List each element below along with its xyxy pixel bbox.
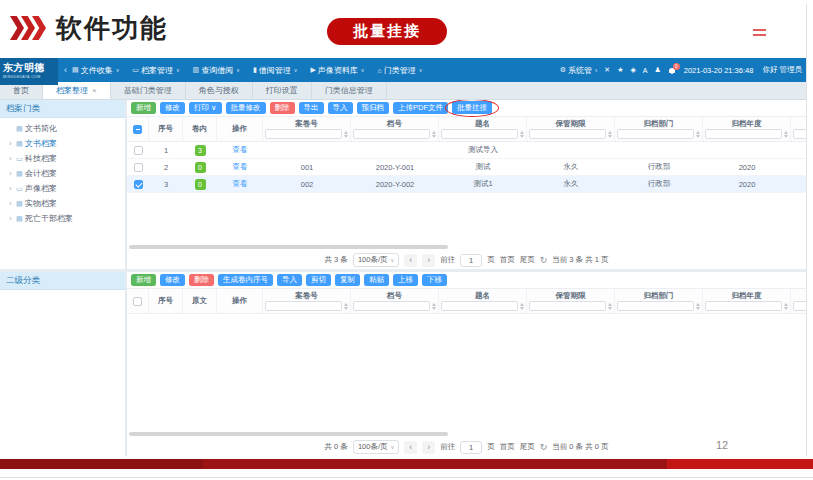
sort-icon[interactable] <box>344 303 348 310</box>
close-icon[interactable]: × <box>92 86 97 95</box>
collapse-chevron-icon[interactable]: ‹ <box>64 65 67 75</box>
filter-input[interactable] <box>265 301 342 311</box>
star-icon[interactable]: ★ <box>617 66 623 74</box>
pre-archive-button[interactable]: 预归档 <box>357 102 390 115</box>
filter-input[interactable] <box>705 301 782 311</box>
copy-button[interactable]: 复制 <box>335 274 360 287</box>
expand-icon[interactable]: › <box>9 154 16 163</box>
paste-button[interactable]: 粘贴 <box>364 274 389 287</box>
prev-page-button[interactable]: ‹ <box>404 441 417 454</box>
select-all-checkbox[interactable] <box>133 125 142 134</box>
row-checkbox[interactable] <box>134 180 143 189</box>
move-up-button[interactable]: 上移 <box>393 274 418 287</box>
tab-roles[interactable]: 角色与授权 <box>186 82 253 99</box>
user-icon[interactable]: ♟ <box>654 66 660 74</box>
sort-icon[interactable] <box>608 131 612 138</box>
page-number-input[interactable] <box>460 441 482 454</box>
select-all-checkbox[interactable] <box>133 297 142 306</box>
view-link[interactable]: 查看 <box>233 162 248 172</box>
fullscreen-icon[interactable]: ✕ <box>604 66 610 74</box>
view-link[interactable]: 查看 <box>233 179 248 189</box>
first-page-link[interactable]: 首页 <box>500 255 515 265</box>
sort-icon[interactable] <box>432 303 436 310</box>
table-row[interactable]: 2 0 查看 001 2020-Y-001 测试 永久 行政部 2020 <box>127 159 806 176</box>
notification-bell[interactable]: 0 <box>668 66 677 75</box>
sort-icon[interactable] <box>696 131 700 138</box>
edit-button[interactable]: 修改 <box>160 274 185 287</box>
filter-input[interactable] <box>353 129 430 139</box>
upload-pdf-button[interactable]: 上传PDF文件 <box>393 102 448 115</box>
page-size-select[interactable]: 100条/页 ∨ <box>353 440 399 454</box>
filter-input[interactable] <box>617 301 694 311</box>
delete-button[interactable]: 删除 <box>270 102 295 115</box>
batch-link-button[interactable]: 批量挂接 <box>452 101 492 114</box>
tree-item[interactable]: › ▤ 会计档案 <box>0 166 125 181</box>
view-link[interactable]: 查看 <box>233 145 248 155</box>
import-button[interactable]: 导入 <box>277 274 302 287</box>
sort-icon[interactable] <box>608 303 612 310</box>
expand-icon[interactable]: › <box>9 184 16 193</box>
expand-icon[interactable]: › <box>9 169 16 178</box>
nav-menu-archive-mgmt[interactable]: ▭ 档案管理 ∨ <box>132 65 179 76</box>
sort-icon[interactable] <box>432 131 436 138</box>
page-number-input[interactable] <box>460 254 482 267</box>
nav-menu-media-library[interactable]: ▶ 声像资料库 ∨ <box>310 65 364 76</box>
export-button[interactable]: 导出 <box>299 102 324 115</box>
table-row[interactable]: 3 0 查看 002 2020-Y-002 测试1 永久 行政部 2020 <box>127 176 806 193</box>
filter-input[interactable] <box>441 301 518 311</box>
nav-menu-category-mgmt[interactable]: ⌂ 门类管理 ∨ <box>377 65 422 76</box>
shield-icon[interactable]: ◈ <box>630 66 635 74</box>
sort-icon[interactable] <box>344 131 348 138</box>
first-page-link[interactable]: 首页 <box>500 442 515 452</box>
last-page-link[interactable]: 尾页 <box>520 442 535 452</box>
filter-input[interactable] <box>617 129 694 139</box>
refresh-icon[interactable]: ↻ <box>540 442 548 452</box>
row-checkbox[interactable] <box>134 163 143 172</box>
tree-item[interactable]: › ▤ 死亡干部档案 <box>0 211 125 226</box>
page-size-select[interactable]: 100条/页 ∨ <box>353 253 399 267</box>
next-page-button[interactable]: › <box>422 441 435 454</box>
add-button[interactable]: 新增 <box>131 274 156 287</box>
expand-icon[interactable]: › <box>9 139 16 148</box>
filter-input[interactable] <box>705 129 782 139</box>
tab-base-category[interactable]: 基础门类管理 <box>111 82 186 99</box>
filter-input[interactable] <box>793 129 806 139</box>
sort-icon[interactable] <box>784 131 788 138</box>
filter-input[interactable] <box>793 301 806 311</box>
refresh-icon[interactable]: ↻ <box>540 255 548 265</box>
expand-icon[interactable]: › <box>9 199 16 208</box>
tree-item[interactable]: › ▭ 科技档案 <box>0 151 125 166</box>
horizontal-scrollbar[interactable] <box>129 245 448 249</box>
filter-input[interactable] <box>265 129 342 139</box>
nav-menu-borrow-mgmt[interactable]: ▮ 借阅管理 ∨ <box>253 65 298 76</box>
nav-menu-query-borrow[interactable]: ▥ 查询借阅 ∨ <box>193 65 240 76</box>
user-greeting[interactable]: 你好 管理员 <box>762 65 802 75</box>
tree-item[interactable]: › ▤ 文书档案 <box>0 136 125 151</box>
horizontal-scrollbar[interactable] <box>129 432 448 436</box>
sort-icon[interactable] <box>784 303 788 310</box>
edit-button[interactable]: 修改 <box>160 102 185 115</box>
sort-icon[interactable] <box>696 303 700 310</box>
volume-count-badge[interactable]: 0 <box>195 179 206 190</box>
filter-input[interactable] <box>529 301 606 311</box>
filter-input[interactable] <box>441 129 518 139</box>
tree-item[interactable]: ▤ 文书简化 <box>0 121 125 136</box>
import-button[interactable]: 导入 <box>328 102 353 115</box>
batch-edit-button[interactable]: 批量修改 <box>226 102 266 115</box>
prev-page-button[interactable]: ‹ <box>404 254 417 267</box>
tree-item[interactable]: › ▭ 声像档案 <box>0 181 125 196</box>
print-button[interactable]: 打印 ∨ <box>189 102 222 115</box>
tree-item[interactable]: › ▤ 实物档案 <box>0 196 125 211</box>
next-page-button[interactable]: › <box>422 254 435 267</box>
filter-input[interactable] <box>529 129 606 139</box>
last-page-link[interactable]: 尾页 <box>520 255 535 265</box>
row-checkbox[interactable] <box>134 146 143 155</box>
volume-count-badge[interactable]: 0 <box>195 162 206 173</box>
add-button[interactable]: 新增 <box>131 102 156 115</box>
sort-icon[interactable] <box>520 303 524 310</box>
expand-icon[interactable]: › <box>9 214 16 223</box>
font-size-icon[interactable]: A <box>643 67 648 74</box>
table-row[interactable]: 1 3 查看 测试导入 <box>127 142 806 159</box>
tab-category-info[interactable]: 门类信息管理 <box>312 82 387 99</box>
filter-input[interactable] <box>353 301 430 311</box>
